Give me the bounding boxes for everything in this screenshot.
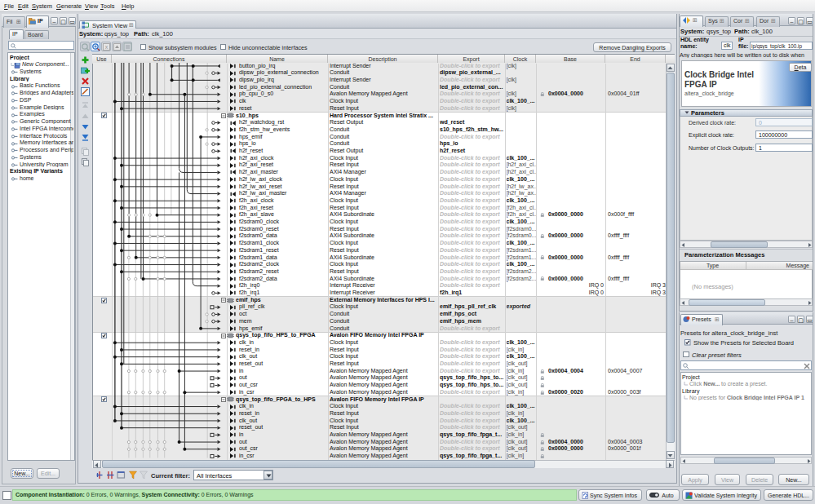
svg-text:x: x bbox=[104, 44, 108, 50]
